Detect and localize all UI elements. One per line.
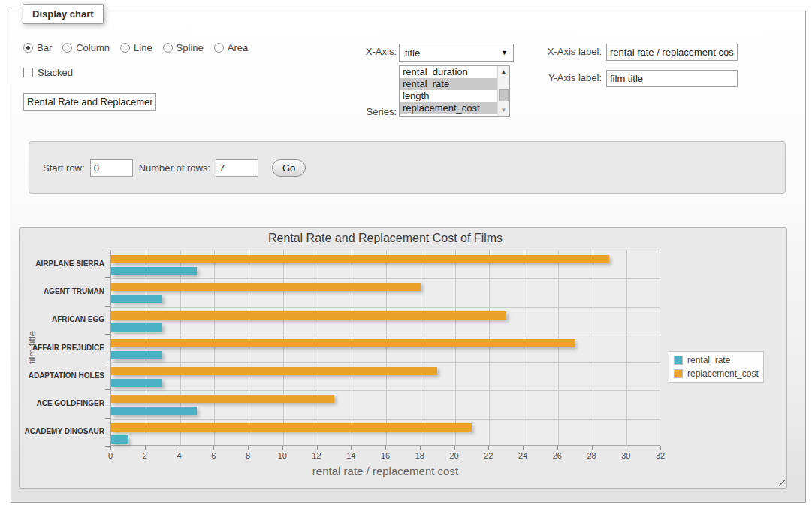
- grid-line-vertical: [386, 250, 387, 445]
- x-axis-tick: [282, 446, 283, 450]
- x-axis-tick: [488, 446, 489, 450]
- x-tick-label: 18: [409, 451, 431, 460]
- series-options: rental_durationrental_ratelengthreplacem…: [400, 66, 497, 116]
- x-axis-tick: [385, 446, 386, 450]
- x-axis-label-label: X-Axis label:: [537, 46, 602, 57]
- series-multiselect[interactable]: rental_durationrental_ratelengthreplacem…: [399, 65, 510, 117]
- display-chart-fieldset: Display chart BarColumnLineSplineArea St…: [11, 11, 806, 503]
- x-tick-label: 0: [99, 451, 122, 460]
- grid-line-vertical: [283, 250, 284, 445]
- scroll-up-icon[interactable]: ▲: [498, 66, 509, 77]
- chart-type-label: Bar: [37, 42, 52, 53]
- series-option-rental_duration[interactable]: rental_duration: [400, 66, 497, 78]
- x-axis-title: rental rate / replacement cost: [110, 465, 660, 477]
- category-label: AGENT TRUMAN: [20, 287, 104, 295]
- x-axis-tick: [420, 446, 421, 450]
- num-rows-input[interactable]: [216, 159, 258, 177]
- series-option-replacement_cost[interactable]: replacement_cost: [400, 102, 497, 114]
- chart-type-option-spline[interactable]: Spline: [163, 42, 204, 53]
- start-row-input[interactable]: [90, 159, 133, 177]
- plot-area: [110, 250, 660, 446]
- bar-rental_rate: [111, 379, 162, 387]
- bar-rental_rate: [111, 351, 162, 359]
- x-axis-tick: [180, 446, 180, 450]
- chart-type-label: Column: [76, 42, 110, 53]
- x-axis-tick: [248, 446, 249, 450]
- y-axis-tick: [105, 306, 110, 307]
- x-tick-label: 12: [306, 451, 328, 460]
- y-axis-label-input[interactable]: [606, 70, 738, 87]
- bar-rental_rate: [111, 407, 197, 415]
- grid-line-vertical: [593, 250, 593, 445]
- scroll-down-icon[interactable]: ▼: [498, 105, 509, 116]
- stacked-row: Stacked: [23, 67, 73, 78]
- chart-title-input[interactable]: [23, 93, 156, 111]
- y-axis-tick: [105, 277, 110, 278]
- num-rows-label: Number of rows:: [139, 162, 210, 174]
- x-axis-tick: [454, 446, 455, 450]
- x-axis-tick: [523, 446, 524, 450]
- legend-swatch-icon: [674, 356, 683, 365]
- legend-label: rental_rate: [687, 355, 730, 365]
- x-tick-label: 4: [168, 451, 191, 460]
- x-tick-label: 8: [237, 451, 259, 460]
- grid-line-vertical: [180, 250, 181, 445]
- scrollbar-track[interactable]: [498, 77, 509, 105]
- chart-type-label: Spline: [177, 42, 204, 53]
- y-axis-tick: [105, 389, 110, 390]
- radio-icon[interactable]: [23, 43, 33, 53]
- bar-replacement_cost: [111, 255, 609, 263]
- bar-rental_rate: [111, 295, 162, 303]
- grid-line-vertical: [455, 250, 456, 445]
- x-axis-label-input[interactable]: [606, 44, 738, 61]
- category-label: AIRPLANE SIERRA: [20, 259, 104, 268]
- bar-rental_rate: [111, 323, 162, 332]
- legend-swatch-icon: [674, 369, 683, 378]
- bar-rental_rate: [111, 435, 128, 444]
- x-tick-label: 6: [202, 451, 225, 460]
- grid-line-vertical: [214, 250, 215, 445]
- row-range-panel: Start row: Number of rows: Go: [29, 141, 786, 194]
- x-axis-tick: [317, 446, 318, 450]
- bar-replacement_cost: [111, 283, 421, 291]
- grid-line-vertical: [352, 250, 352, 445]
- x-axis-tick: [592, 446, 593, 450]
- chart-type-option-bar[interactable]: Bar: [23, 42, 52, 53]
- radio-icon[interactable]: [163, 43, 173, 53]
- x-tick-label: 10: [271, 451, 294, 460]
- bar-replacement_cost: [111, 395, 334, 403]
- x-axis-tick: [660, 446, 661, 450]
- chart-legend: rental_ratereplacement_cost: [669, 351, 764, 383]
- bar-rental_rate: [111, 267, 197, 275]
- x-tick-label: 32: [649, 451, 672, 460]
- x-axis-select[interactable]: title ▼: [399, 44, 514, 62]
- scrollbar-thumb[interactable]: [499, 89, 509, 101]
- resize-handle-icon[interactable]: [775, 477, 785, 486]
- y-axis-tick: [105, 446, 110, 447]
- grid-line-vertical: [489, 250, 490, 445]
- y-axis-label-label: Y-Axis label:: [537, 72, 602, 83]
- series-scrollbar[interactable]: ▲ ▼: [497, 66, 509, 116]
- bar-replacement_cost: [111, 311, 506, 320]
- chart-type-option-line[interactable]: Line: [120, 42, 152, 53]
- category-label: ADAPTATION HOLES: [20, 371, 104, 380]
- series-option-length[interactable]: length: [400, 90, 497, 102]
- go-button[interactable]: Go: [272, 159, 306, 177]
- series-option-rental_rate[interactable]: rental_rate: [400, 78, 497, 90]
- chart-type-option-column[interactable]: Column: [62, 42, 110, 53]
- chart-type-label: Area: [228, 42, 248, 53]
- radio-icon[interactable]: [120, 43, 130, 53]
- y-axis-tick: [105, 362, 110, 362]
- stacked-label: Stacked: [38, 67, 73, 78]
- series-select-label: Series:: [327, 106, 397, 117]
- x-tick-label: 26: [546, 451, 569, 460]
- category-label: AFRICAN EGG: [20, 315, 104, 323]
- radio-icon[interactable]: [62, 43, 72, 53]
- x-axis-tick: [351, 446, 352, 450]
- chart-title: Rental Rate and Replacement Cost of Film…: [110, 232, 660, 245]
- chart-type-option-area[interactable]: Area: [214, 42, 248, 53]
- stacked-checkbox[interactable]: [23, 68, 33, 77]
- radio-icon[interactable]: [214, 43, 224, 53]
- legend-item-rental_rate: rental_rate: [674, 355, 759, 365]
- legend-label: replacement_cost: [687, 368, 759, 379]
